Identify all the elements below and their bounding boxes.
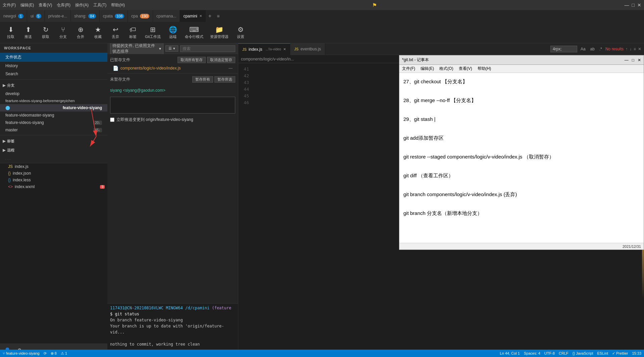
menu-action[interactable]: 操作(A): [75, 2, 89, 8]
stage-selected-button[interactable]: 暂存所选: [214, 76, 235, 83]
push-button[interactable]: ⬆ 推送: [20, 24, 36, 41]
staged-file-item[interactable]: 📄 components/logic/v-video/index.js —: [110, 64, 235, 72]
terminal-icon: ⌨: [189, 26, 199, 34]
menu-tools[interactable]: 工具(T): [93, 2, 106, 8]
cancel-selected-staged-button[interactable]: 取消选定暂存: [207, 57, 235, 63]
gitflow-icon: ⊞: [150, 26, 156, 34]
terminal-button[interactable]: ⌨ 命令行模式: [182, 24, 206, 41]
search-next-btn[interactable]: ↓: [630, 47, 632, 51]
search-prev-btn[interactable]: ↑: [626, 47, 628, 51]
tab-overflow-button[interactable]: ≡: [214, 13, 222, 19]
branch-master[interactable]: master 45↓: [0, 126, 107, 134]
branch-fearture-videos[interactable]: fearture-videos-siyang-beforemergeyichen: [0, 97, 107, 104]
remote-button[interactable]: 🌐 远端: [165, 24, 181, 41]
fetch-button[interactable]: ↻ 获取: [38, 24, 54, 41]
tab-shang[interactable]: shang: 84: [71, 10, 99, 22]
window-controls: — □ ✕: [625, 2, 641, 8]
status-language[interactable]: {} JavaScript: [573, 351, 593, 356]
stage-all-button[interactable]: 暂存所有: [192, 76, 213, 83]
branch-feature-videos[interactable]: feature-videos-siyang 20↓: [0, 119, 107, 126]
sidebar-item-history[interactable]: History: [0, 62, 107, 70]
tab-cpamini[interactable]: cpamini ✕: [180, 10, 205, 22]
editor-tab-index[interactable]: JS index.js ...\\v-video ✕: [238, 43, 290, 55]
file-tree-item-less[interactable]: {} index.less: [0, 177, 107, 183]
notepad-statusbar: 2021/12/31: [399, 243, 644, 250]
unstage-file-button[interactable]: —: [229, 66, 233, 71]
menu-view[interactable]: 查看(V): [39, 2, 52, 8]
pull-button[interactable]: ⬇ 拉取: [3, 24, 19, 41]
file-sort-select[interactable]: 待提的文件, 已依照文件状态排序 ▾: [110, 43, 163, 55]
search-close-btn[interactable]: ✕: [638, 47, 641, 51]
commit-push-checkbox[interactable]: [110, 118, 114, 122]
branch-feature-video-siyang[interactable]: ⬤ feature-video-siyang: [0, 104, 107, 111]
note-line-27: 27、git checkout 【分支名】: [403, 77, 640, 86]
notepad-menu-format[interactable]: 格式(O): [439, 66, 453, 72]
tags-section[interactable]: ▶ 标签: [0, 137, 107, 146]
settings-button[interactable]: ⚙ 设置: [233, 24, 249, 41]
new-tab-button[interactable]: +: [206, 13, 214, 19]
file-tree-item-json[interactable]: {} index.json: [0, 170, 107, 177]
editor-tab-close-icon[interactable]: ✕: [283, 47, 286, 51]
whole-word-btn[interactable]: ab: [589, 47, 596, 51]
file-tree-item-wxml[interactable]: <> index.wxml 9: [0, 183, 107, 190]
commit-message-box[interactable]: [110, 97, 235, 114]
sidebar-item-file-status[interactable]: 文件状态: [0, 53, 107, 62]
status-branch[interactable]: ⑂ feature-video-siyang: [3, 351, 40, 355]
regex-btn[interactable]: .*: [598, 47, 603, 51]
stash-button[interactable]: ★ 收藏: [90, 24, 106, 41]
notepad-text-area[interactable]: 27、git checkout 【分支名】 28、git merge --no-…: [399, 73, 644, 243]
menu-bar: 文件(F) 编辑(E) 查看(V) 仓库(R) 操作(A) 工具(T) 帮助(H…: [3, 2, 125, 8]
status-sync-icon[interactable]: ⟳: [44, 351, 47, 356]
match-case-btn[interactable]: Aa: [579, 47, 587, 51]
sidebar-item-search[interactable]: Search: [0, 70, 107, 78]
editor-tab-eventbus[interactable]: JS eventbus.js: [290, 43, 326, 55]
explorer-button[interactable]: 📁 资源管理器: [207, 24, 231, 41]
gitflow-button[interactable]: ⊞ Git工作流: [142, 24, 163, 41]
staged-header: 已暂存文件 取消所有暂存 取消选定暂存: [110, 55, 235, 64]
tab-newgol[interactable]: newgol 1: [0, 10, 27, 22]
main-toolbar: ⬇ 拉取 ⬆ 推送 ↻ 获取 ⑂ 分支 ⊕ 合并 ★ 收藏 ↩ 丢弃 🏷 标签: [0, 22, 644, 43]
minimize-btn[interactable]: —: [625, 2, 629, 8]
branches-section[interactable]: ▶ 分支: [0, 81, 107, 90]
tab-cpa[interactable]: cpa 190: [128, 10, 153, 22]
branch-icon: ⑂: [61, 26, 65, 34]
remote-section[interactable]: ▶ 远程: [0, 146, 107, 155]
unstaged-files-section: 未暂存文件 暂存所有 暂存所选: [107, 74, 238, 85]
notepad-menu-file[interactable]: 文件(F): [402, 66, 415, 72]
status-ln-col: Ln 44, Col 1: [500, 351, 520, 356]
menu-edit[interactable]: 编辑(E): [20, 2, 34, 8]
notepad-minimize-btn[interactable]: —: [625, 58, 629, 62]
notepad-maximize-btn[interactable]: □: [632, 58, 634, 62]
menu-help[interactable]: 帮助(H): [111, 2, 125, 8]
tab-ui[interactable]: ui 5: [27, 10, 45, 22]
status-prettier[interactable]: ✓ Prettier: [612, 351, 628, 356]
notepad-menu-help[interactable]: 帮助(H): [478, 66, 491, 72]
tab-cpata[interactable]: cpata 108: [100, 10, 128, 22]
maximize-btn[interactable]: □: [632, 2, 635, 8]
status-warnings[interactable]: ⚠ 1: [61, 351, 67, 356]
menu-file[interactable]: 文件(F): [3, 2, 16, 8]
merge-button[interactable]: ⊕ 合并: [72, 24, 89, 41]
status-eslint[interactable]: ESLint: [597, 351, 608, 356]
filter-options-btn[interactable]: ☰ ▾: [165, 45, 178, 52]
close-btn[interactable]: ✕: [637, 2, 641, 8]
tab-close-icon[interactable]: ✕: [199, 14, 202, 18]
search-more-btn[interactable]: ≡: [634, 47, 636, 51]
notepad-menu-edit[interactable]: 编辑(E): [420, 66, 434, 72]
tag-button[interactable]: 🏷 标签: [125, 25, 141, 41]
menu-repo[interactable]: 仓库(R): [57, 2, 70, 8]
discard-button[interactable]: ↩ 丢弃: [107, 24, 123, 41]
file-tree-item-js[interactable]: JS index.js: [0, 163, 107, 170]
status-errors[interactable]: ⊗ 8: [51, 351, 57, 356]
branch-feature-videomaster[interactable]: feature-videomaster-siyang: [0, 111, 107, 119]
tab-cpata-badge: 108: [115, 14, 124, 18]
notepad-menu-view[interactable]: 查看(V): [459, 66, 472, 72]
branch-develop[interactable]: develop: [0, 90, 107, 97]
branch-button[interactable]: ⑂ 分支: [55, 25, 71, 41]
tab-cpamana[interactable]: cpamanа...: [153, 10, 180, 22]
notepad-close-btn[interactable]: ✕: [638, 58, 641, 62]
cancel-all-staged-button[interactable]: 取消所有暂存: [178, 57, 206, 63]
editor-search-input[interactable]: [550, 46, 577, 52]
tab-private[interactable]: private-e...: [45, 10, 71, 22]
git-search-input[interactable]: [180, 45, 235, 52]
